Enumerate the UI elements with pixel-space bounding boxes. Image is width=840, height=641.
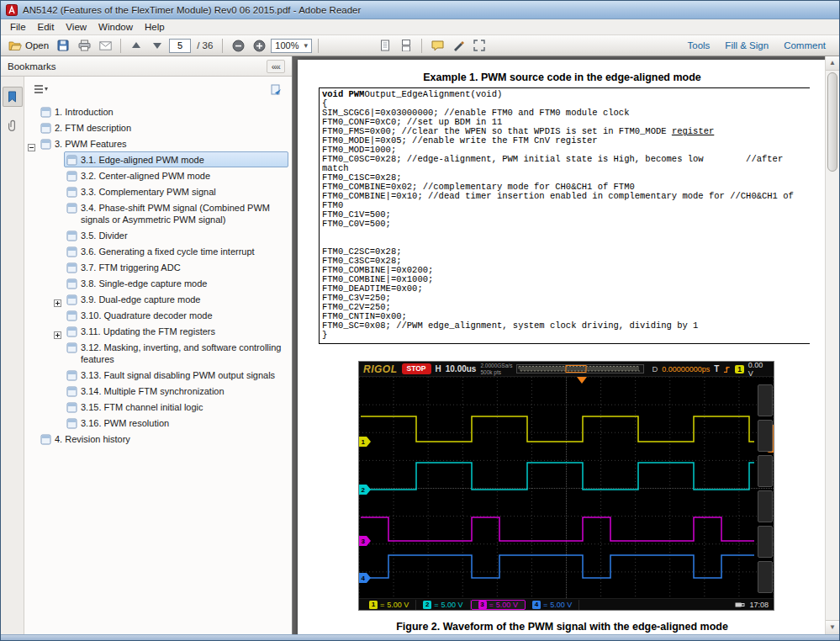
bookmark-item[interactable]: 3.2. Center-aligned PWM mode xyxy=(26,167,288,183)
bookmark-label: 3.5. Divider xyxy=(81,229,128,241)
bookmark-row-inner[interactable]: 3.11. Updating the FTM registers xyxy=(64,323,288,339)
code-block: void PWMOutput_EdgeAlignment(void){SIM_S… xyxy=(319,87,810,344)
locate-bookmark-button[interactable] xyxy=(267,81,285,98)
expand-bookmark-button[interactable] xyxy=(54,327,61,335)
dropdown-arrow-icon: ▾ xyxy=(304,41,308,50)
zoom-out-button[interactable] xyxy=(229,37,247,55)
scrollbar-thumb[interactable] xyxy=(827,72,837,172)
collapse-bookmark-button[interactable] xyxy=(28,140,35,147)
bookmark-row-inner[interactable]: 3.13. Fault signal disabling PWM output … xyxy=(64,367,288,383)
bookmark-row-inner[interactable]: 3.2. Center-aligned PWM mode xyxy=(64,167,288,183)
bookmark-page-icon xyxy=(66,155,77,166)
bookmark-row-inner[interactable]: 1. Introduction xyxy=(38,103,288,119)
tools-button[interactable]: Tools xyxy=(688,40,711,50)
menu-edit[interactable]: Edit xyxy=(32,20,61,34)
bookmark-item[interactable]: 3. PWM Features xyxy=(26,135,288,151)
bookmark-icon xyxy=(66,310,77,320)
bookmark-row-inner[interactable]: 3.7. FTM triggering ADC xyxy=(64,259,288,275)
bookmark-page-icon xyxy=(66,418,77,429)
bookmark-label: 3.9. Dual-edge capture mode xyxy=(81,293,200,305)
comment-button[interactable]: Comment xyxy=(784,40,826,50)
zoom-level-select[interactable]: 100% ▾ xyxy=(271,39,312,53)
fill-sign-button[interactable]: Fill & Sign xyxy=(725,40,769,50)
attachments-panel-button[interactable] xyxy=(3,115,23,135)
save-icon xyxy=(57,40,69,51)
bookmark-page-icon xyxy=(66,342,77,353)
bookmark-item[interactable]: 3.7. FTM triggering ADC xyxy=(26,259,288,275)
bookmarks-tree-panel: 1. Introduction2. FTM description3. PWM … xyxy=(24,77,292,634)
bookmark-row-inner[interactable]: 3.9. Dual-edge capture mode xyxy=(64,291,288,307)
bookmark-icon xyxy=(66,230,77,241)
zoom-in-button[interactable] xyxy=(250,37,268,55)
bookmark-row-inner[interactable]: 2. FTM description xyxy=(38,119,288,135)
expand-bookmark-button[interactable] xyxy=(54,295,61,303)
page-number-input[interactable] xyxy=(169,39,191,53)
bookmark-row-inner[interactable]: 3.10. Quadrature decoder mode xyxy=(64,307,288,323)
print-button[interactable] xyxy=(75,37,93,55)
bookmark-item[interactable]: 3.16. PWM resolution xyxy=(26,415,288,431)
scroll-down-button[interactable]: ▼ xyxy=(826,620,839,634)
menu-file[interactable]: File xyxy=(4,20,32,34)
bookmark-row-inner[interactable]: 3.4. Phase-shift PWM signal (Combined PW… xyxy=(64,199,288,227)
bookmark-label: 3.15. FTM channel initial logic xyxy=(81,400,203,413)
folder-open-icon xyxy=(8,40,22,51)
bookmark-row-inner[interactable]: 3.5. Divider xyxy=(64,227,288,243)
scope-soft-menu-button xyxy=(758,490,773,522)
sample-rate-label: 2.0000GSa/s xyxy=(480,363,512,369)
bookmark-item[interactable]: 3.9. Dual-edge capture mode xyxy=(26,291,288,307)
signature-button[interactable] xyxy=(449,37,468,55)
bookmark-label: 3.2. Center-aligned PWM mode xyxy=(81,169,210,182)
bookmark-page-icon xyxy=(66,262,77,273)
sticky-note-button[interactable] xyxy=(428,37,446,55)
bookmark-row-inner[interactable]: 3. PWM Features xyxy=(38,135,288,151)
menu-window[interactable]: Window xyxy=(92,20,139,34)
bookmark-row-inner[interactable]: 4. Revision history xyxy=(38,431,288,447)
bookmark-item[interactable]: 3.11. Updating the FTM registers xyxy=(26,323,288,339)
menu-help[interactable]: Help xyxy=(139,20,171,34)
bookmark-item[interactable]: 3.6. Generating a fixed cycle time inter… xyxy=(26,243,288,259)
previous-page-button[interactable] xyxy=(127,37,145,55)
bookmark-item[interactable]: 4. Revision history xyxy=(26,431,288,447)
collapse-panel-button[interactable]: «« xyxy=(267,60,285,73)
bookmark-item[interactable]: 3.13. Fault signal disabling PWM output … xyxy=(26,367,288,383)
continuous-scroll-view-button[interactable] xyxy=(397,37,415,55)
bookmark-item[interactable]: 3.10. Quadrature decoder mode xyxy=(26,307,288,323)
main-toolbar: Open xyxy=(1,35,839,56)
bookmark-item[interactable]: 3.1. Edge-aligned PWM mode xyxy=(26,151,288,167)
bookmark-item[interactable]: 3.14. Multiple FTM synchronization xyxy=(26,383,288,399)
bookmark-item[interactable]: 1. Introduction xyxy=(26,103,288,119)
bookmark-page-icon xyxy=(40,123,51,134)
open-button[interactable]: Open xyxy=(6,37,51,55)
bookmark-row-inner[interactable]: 3.15. FTM channel initial logic xyxy=(64,399,288,415)
single-page-view-button[interactable] xyxy=(376,37,394,55)
bookmark-row-inner[interactable]: 3.6. Generating a fixed cycle time inter… xyxy=(64,243,288,259)
bookmarks-panel-button[interactable] xyxy=(3,87,23,107)
bookmark-row-inner[interactable]: 3.16. PWM resolution xyxy=(64,415,288,431)
bookmark-row-inner[interactable]: 3.12. Masking, inverting, and software c… xyxy=(64,339,288,367)
vertical-scrollbar[interactable]: ▲ ▼ xyxy=(825,56,839,634)
scroll-up-button[interactable]: ▲ xyxy=(826,56,839,71)
scope-channel-readout-3: 3=5.00 V xyxy=(471,600,526,610)
read-mode-button[interactable] xyxy=(470,37,489,55)
bookmark-item[interactable]: 2. FTM description xyxy=(26,119,288,135)
bookmark-item[interactable]: 3.15. FTM channel initial logic xyxy=(26,399,288,415)
menu-view[interactable]: View xyxy=(60,20,92,34)
email-button[interactable] xyxy=(96,37,114,55)
bookmark-label: 2. FTM description xyxy=(55,121,131,134)
bookmark-item[interactable]: 3.12. Masking, inverting, and software c… xyxy=(26,339,288,367)
bookmark-item[interactable]: 3.5. Divider xyxy=(26,227,288,243)
bookmark-row-inner[interactable]: 3.14. Multiple FTM synchronization xyxy=(64,383,288,399)
bookmark-icon xyxy=(66,294,77,305)
bookmark-item[interactable]: 3.4. Phase-shift PWM signal (Combined PW… xyxy=(26,199,288,227)
bookmark-item[interactable]: 3.8. Single-edge capture mode xyxy=(26,275,288,291)
save-button[interactable] xyxy=(54,37,72,55)
bookmark-item[interactable]: 3.3. Complementary PWM signal xyxy=(26,183,288,199)
bookmark-row-inner[interactable]: 3.1. Edge-aligned PWM mode xyxy=(64,151,288,167)
scope-soft-menu-button xyxy=(758,420,773,452)
scope-graticule: 1234 xyxy=(359,377,774,600)
bookmark-row-inner[interactable]: 3.8. Single-edge capture mode xyxy=(64,275,288,291)
scrollbar-track[interactable] xyxy=(826,71,839,620)
next-page-button[interactable] xyxy=(148,37,166,55)
bookmark-row-inner[interactable]: 3.3. Complementary PWM signal xyxy=(64,183,288,199)
bookmark-options-button[interactable] xyxy=(31,81,51,98)
